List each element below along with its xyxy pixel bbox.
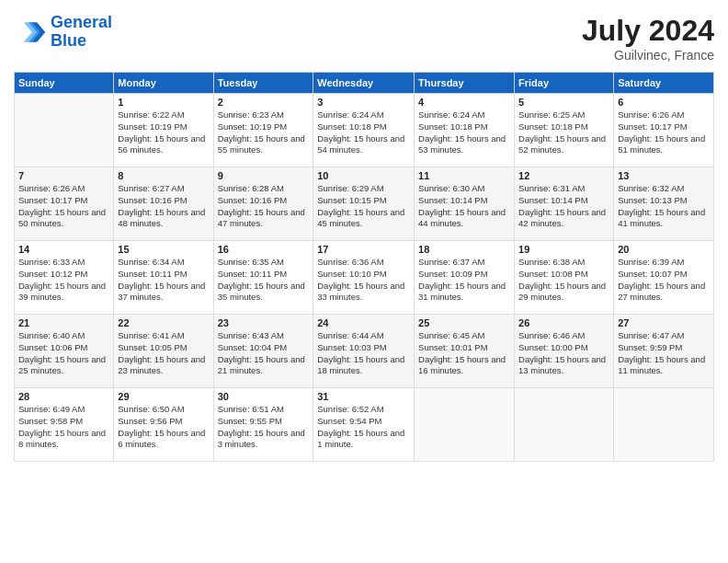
day-number: 7 xyxy=(18,170,109,181)
calendar-week-row: 28Sunrise: 6:49 AMSunset: 9:58 PMDayligh… xyxy=(15,388,714,462)
calendar-week-row: 21Sunrise: 6:40 AMSunset: 10:06 PMDaylig… xyxy=(15,315,714,388)
day-info: Sunrise: 6:49 AMSunset: 9:58 PMDaylight:… xyxy=(18,404,109,451)
calendar-cell: 22Sunrise: 6:41 AMSunset: 10:05 PMDaylig… xyxy=(114,315,213,388)
day-number: 18 xyxy=(418,244,510,255)
day-info: Sunrise: 6:43 AMSunset: 10:04 PMDaylight… xyxy=(218,330,310,377)
day-info: Sunrise: 6:47 AMSunset: 9:59 PMDaylight:… xyxy=(618,330,710,377)
day-info: Sunrise: 6:52 AMSunset: 9:54 PMDaylight:… xyxy=(317,404,410,451)
calendar-cell xyxy=(515,388,614,462)
day-number: 26 xyxy=(518,317,609,328)
day-number: 6 xyxy=(618,97,710,108)
calendar-cell: 1Sunrise: 6:22 AMSunset: 10:19 PMDayligh… xyxy=(114,94,213,167)
day-number: 1 xyxy=(118,97,209,108)
day-number: 16 xyxy=(218,244,310,255)
day-info: Sunrise: 6:39 AMSunset: 10:07 PMDaylight… xyxy=(618,257,710,304)
weekday-header: Thursday xyxy=(415,73,515,94)
day-info: Sunrise: 6:46 AMSunset: 10:00 PMDaylight… xyxy=(518,330,609,377)
weekday-header: Friday xyxy=(515,73,614,94)
calendar-cell: 4Sunrise: 6:24 AMSunset: 10:18 PMDayligh… xyxy=(415,94,515,167)
header: General Blue July 2024 Guilvinec, France xyxy=(14,14,714,63)
day-info: Sunrise: 6:37 AMSunset: 10:09 PMDaylight… xyxy=(418,257,510,304)
day-info: Sunrise: 6:40 AMSunset: 10:06 PMDaylight… xyxy=(18,330,109,377)
day-number: 28 xyxy=(18,391,109,402)
calendar-cell: 24Sunrise: 6:44 AMSunset: 10:03 PMDaylig… xyxy=(313,315,415,388)
calendar-cell: 10Sunrise: 6:29 AMSunset: 10:15 PMDaylig… xyxy=(313,167,415,241)
calendar-cell xyxy=(614,388,714,462)
day-number: 17 xyxy=(317,244,410,255)
calendar-cell: 20Sunrise: 6:39 AMSunset: 10:07 PMDaylig… xyxy=(614,241,714,315)
weekday-header-row: SundayMondayTuesdayWednesdayThursdayFrid… xyxy=(15,73,714,94)
day-number: 15 xyxy=(118,244,209,255)
day-number: 27 xyxy=(618,317,710,328)
day-number: 11 xyxy=(418,170,510,181)
day-info: Sunrise: 6:30 AMSunset: 10:14 PMDaylight… xyxy=(418,183,510,230)
day-number: 14 xyxy=(18,244,109,255)
calendar-cell xyxy=(415,388,515,462)
calendar-cell: 9Sunrise: 6:28 AMSunset: 10:16 PMDayligh… xyxy=(213,167,313,241)
weekday-header: Sunday xyxy=(15,73,114,94)
calendar-cell: 30Sunrise: 6:51 AMSunset: 9:55 PMDayligh… xyxy=(213,388,313,462)
calendar-week-row: 7Sunrise: 6:26 AMSunset: 10:17 PMDayligh… xyxy=(15,167,714,241)
calendar-week-row: 1Sunrise: 6:22 AMSunset: 10:19 PMDayligh… xyxy=(15,94,714,167)
day-info: Sunrise: 6:28 AMSunset: 10:16 PMDaylight… xyxy=(218,183,310,230)
day-info: Sunrise: 6:24 AMSunset: 10:18 PMDaylight… xyxy=(317,109,410,156)
day-info: Sunrise: 6:50 AMSunset: 9:56 PMDaylight:… xyxy=(118,404,209,451)
day-number: 3 xyxy=(317,97,410,108)
day-number: 8 xyxy=(118,170,209,181)
day-number: 19 xyxy=(518,244,609,255)
day-number: 4 xyxy=(418,97,510,108)
calendar-cell: 27Sunrise: 6:47 AMSunset: 9:59 PMDayligh… xyxy=(614,315,714,388)
calendar-cell: 13Sunrise: 6:32 AMSunset: 10:13 PMDaylig… xyxy=(614,167,714,241)
day-info: Sunrise: 6:24 AMSunset: 10:18 PMDaylight… xyxy=(418,109,510,156)
page: General Blue July 2024 Guilvinec, France… xyxy=(0,0,728,563)
day-info: Sunrise: 6:34 AMSunset: 10:11 PMDaylight… xyxy=(118,257,209,304)
day-info: Sunrise: 6:45 AMSunset: 10:01 PMDaylight… xyxy=(418,330,510,377)
logo-icon xyxy=(14,16,47,49)
calendar-cell: 12Sunrise: 6:31 AMSunset: 10:14 PMDaylig… xyxy=(515,167,614,241)
calendar-cell: 15Sunrise: 6:34 AMSunset: 10:11 PMDaylig… xyxy=(114,241,213,315)
weekday-header: Saturday xyxy=(614,73,714,94)
day-info: Sunrise: 6:51 AMSunset: 9:55 PMDaylight:… xyxy=(218,404,310,451)
calendar-cell: 21Sunrise: 6:40 AMSunset: 10:06 PMDaylig… xyxy=(15,315,114,388)
day-number: 30 xyxy=(218,391,310,402)
calendar-cell: 18Sunrise: 6:37 AMSunset: 10:09 PMDaylig… xyxy=(415,241,515,315)
logo-general: General xyxy=(51,13,112,31)
calendar-cell: 8Sunrise: 6:27 AMSunset: 10:16 PMDayligh… xyxy=(114,167,213,241)
month-year: July 2024 xyxy=(582,14,714,48)
weekday-header: Wednesday xyxy=(313,73,415,94)
day-number: 21 xyxy=(18,317,109,328)
day-number: 2 xyxy=(218,97,310,108)
calendar-cell: 2Sunrise: 6:23 AMSunset: 10:19 PMDayligh… xyxy=(213,94,313,167)
logo-blue: Blue xyxy=(51,31,86,50)
day-number: 24 xyxy=(317,317,410,328)
day-number: 31 xyxy=(317,391,410,402)
calendar-cell xyxy=(15,94,114,167)
day-number: 22 xyxy=(118,317,209,328)
weekday-header: Tuesday xyxy=(213,73,313,94)
day-info: Sunrise: 6:29 AMSunset: 10:15 PMDaylight… xyxy=(317,183,410,230)
calendar-cell: 25Sunrise: 6:45 AMSunset: 10:01 PMDaylig… xyxy=(415,315,515,388)
calendar-cell: 16Sunrise: 6:35 AMSunset: 10:11 PMDaylig… xyxy=(213,241,313,315)
day-info: Sunrise: 6:26 AMSunset: 10:17 PMDaylight… xyxy=(618,109,710,156)
day-number: 20 xyxy=(618,244,710,255)
day-info: Sunrise: 6:35 AMSunset: 10:11 PMDaylight… xyxy=(218,257,310,304)
logo: General Blue xyxy=(14,14,112,51)
day-info: Sunrise: 6:36 AMSunset: 10:10 PMDaylight… xyxy=(317,257,410,304)
location: Guilvinec, France xyxy=(582,48,714,63)
day-info: Sunrise: 6:41 AMSunset: 10:05 PMDaylight… xyxy=(118,330,209,377)
calendar-cell: 7Sunrise: 6:26 AMSunset: 10:17 PMDayligh… xyxy=(15,167,114,241)
calendar-cell: 26Sunrise: 6:46 AMSunset: 10:00 PMDaylig… xyxy=(515,315,614,388)
calendar-cell: 19Sunrise: 6:38 AMSunset: 10:08 PMDaylig… xyxy=(515,241,614,315)
day-info: Sunrise: 6:32 AMSunset: 10:13 PMDaylight… xyxy=(618,183,710,230)
day-number: 25 xyxy=(418,317,510,328)
day-info: Sunrise: 6:33 AMSunset: 10:12 PMDaylight… xyxy=(18,257,109,304)
day-info: Sunrise: 6:44 AMSunset: 10:03 PMDaylight… xyxy=(317,330,410,377)
day-info: Sunrise: 6:22 AMSunset: 10:19 PMDaylight… xyxy=(118,109,209,156)
day-info: Sunrise: 6:38 AMSunset: 10:08 PMDaylight… xyxy=(518,257,609,304)
day-number: 5 xyxy=(518,97,609,108)
calendar-cell: 17Sunrise: 6:36 AMSunset: 10:10 PMDaylig… xyxy=(313,241,415,315)
calendar-table: SundayMondayTuesdayWednesdayThursdayFrid… xyxy=(14,72,714,462)
day-number: 23 xyxy=(218,317,310,328)
day-number: 10 xyxy=(317,170,410,181)
calendar-cell: 5Sunrise: 6:25 AMSunset: 10:18 PMDayligh… xyxy=(515,94,614,167)
